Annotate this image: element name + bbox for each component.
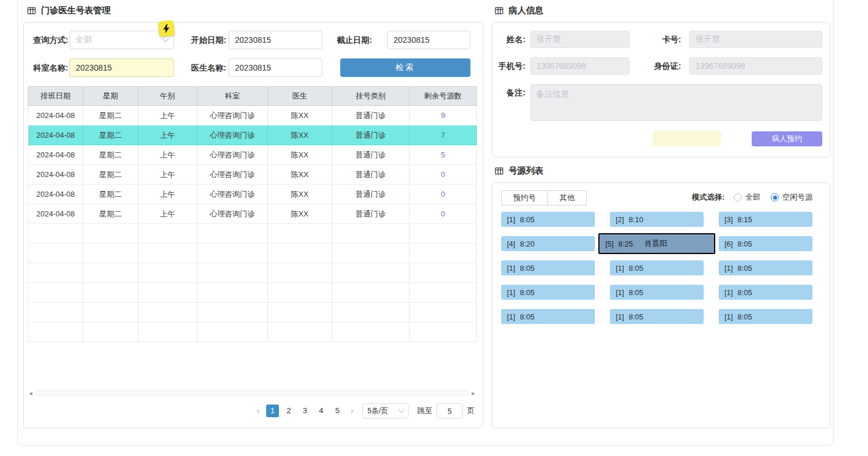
page-unit-label: 页 bbox=[467, 406, 475, 416]
slot-number: [1] bbox=[616, 288, 624, 297]
slot-button[interactable]: [6]8:05 bbox=[719, 236, 812, 251]
column-header: 剩余号源数 bbox=[410, 87, 477, 106]
dept-name-input[interactable] bbox=[69, 58, 174, 77]
page-button-5[interactable]: 5 bbox=[331, 404, 344, 417]
slot-button[interactable]: [1]8:05 bbox=[501, 309, 595, 324]
patient-remark-label: 备注: bbox=[492, 84, 525, 101]
page-numbers: 12345 bbox=[266, 404, 344, 417]
scroll-right-arrow-icon[interactable]: ▸ bbox=[470, 389, 476, 396]
slot-button[interactable]: [2]8:10 bbox=[610, 212, 704, 227]
empty-row bbox=[28, 303, 477, 322]
cell-dept: 心理咨询门诊 bbox=[197, 185, 268, 204]
slot-button[interactable]: [1]8:05 bbox=[610, 260, 704, 275]
slot-number: [6] bbox=[724, 240, 733, 248]
page-size-value: 5条/页 bbox=[367, 406, 388, 416]
cell-doctor: 陈XX bbox=[268, 165, 332, 185]
patient-panel: 姓名: 卡号: 手机号: 身份证: 备注: 病人预约 bbox=[492, 22, 830, 157]
patient-phone-label: 手机号: bbox=[492, 57, 525, 75]
slot-cell: [1]8:05 bbox=[501, 309, 595, 324]
cell-doctor: 陈XX bbox=[268, 185, 332, 204]
doctor-name-input[interactable] bbox=[229, 58, 322, 77]
slot-number: [1] bbox=[724, 264, 733, 273]
slot-button[interactable]: [1]8:05 bbox=[719, 309, 812, 324]
mode-options: 全部空闲号源 bbox=[734, 192, 812, 203]
end-date-label: 截止日期: bbox=[332, 31, 372, 49]
schedule-row[interactable]: 2024-04-08星期二上午心理咨询门诊陈XX普通门诊9 bbox=[28, 106, 477, 126]
slot-button[interactable]: [1]8:05 bbox=[501, 212, 595, 227]
slot-button[interactable]: [1]8:05 bbox=[501, 285, 595, 300]
slot-time: 8:05 bbox=[737, 264, 752, 273]
slot-number: [1] bbox=[507, 312, 515, 321]
slot-time: 8:05 bbox=[520, 312, 534, 321]
schedule-row[interactable]: 2024-04-08星期二上午心理咨询门诊陈XX普通门诊0 bbox=[28, 185, 477, 204]
doctor-name-label: 医生名称: bbox=[186, 58, 226, 77]
prev-page-button[interactable]: ‹ bbox=[254, 404, 262, 418]
next-page-button[interactable]: › bbox=[348, 404, 356, 418]
slot-button[interactable]: [3]8:15 bbox=[719, 212, 812, 227]
slot-number: [4] bbox=[507, 240, 515, 248]
scrollbar-track[interactable] bbox=[35, 390, 469, 396]
mode-radio-free[interactable]: 空闲号源 bbox=[771, 192, 812, 203]
cell-remain: 7 bbox=[410, 126, 477, 145]
schedule-table-body: 2024-04-08星期二上午心理咨询门诊陈XX普通门诊92024-04-08星… bbox=[28, 106, 477, 342]
cell-remain: 0 bbox=[410, 204, 477, 224]
page-size-select[interactable]: 5条/页 bbox=[362, 403, 409, 418]
patient-name-input bbox=[530, 31, 630, 48]
slot-button[interactable]: [1]8:05 bbox=[610, 309, 704, 324]
horizontal-scrollbar[interactable]: ◂ ▸ bbox=[28, 389, 476, 396]
end-date-input[interactable] bbox=[387, 31, 470, 49]
search-button[interactable]: 检索 bbox=[340, 58, 470, 77]
cell-week: 星期二 bbox=[83, 185, 138, 204]
slot-time: 8:05 bbox=[520, 264, 534, 273]
app-root: 门诊医生号表管理 查询方式: 全部 开始日期: 截止日期: 科室名称: 医生名称… bbox=[0, 0, 868, 456]
patient-phone-input bbox=[530, 57, 630, 75]
slot-button[interactable]: [1]8:05 bbox=[610, 285, 704, 300]
cell-period: 上午 bbox=[138, 204, 197, 224]
start-date-input[interactable] bbox=[229, 31, 322, 49]
slot-time: 8:05 bbox=[520, 288, 534, 297]
cell-date: 2024-04-08 bbox=[28, 165, 83, 185]
slot-button[interactable]: [1]8:05 bbox=[501, 260, 595, 275]
page-button-1[interactable]: 1 bbox=[266, 404, 279, 417]
slot-button[interactable]: [5]8:25肖晨阳 bbox=[598, 233, 715, 254]
cell-remain: 9 bbox=[410, 106, 477, 126]
slot-grid: [1]8:05[2]8:10[3]8:15[4]8:20[5]8:25肖晨阳[6… bbox=[501, 212, 812, 324]
slot-time: 8:05 bbox=[628, 288, 643, 297]
cell-dept: 心理咨询门诊 bbox=[197, 204, 268, 224]
slot-button[interactable]: [1]8:05 bbox=[719, 285, 812, 300]
slots-panel: 预约号 其他 模式选择: 全部空闲号源 [1]8:05[2]8:10[3]8:1… bbox=[492, 182, 830, 428]
slot-time: 8:05 bbox=[520, 215, 534, 224]
cell-period: 上午 bbox=[138, 185, 197, 204]
slot-number: [1] bbox=[507, 288, 515, 297]
jump-page-input[interactable] bbox=[436, 403, 463, 418]
slot-button[interactable]: [1]8:05 bbox=[719, 260, 812, 275]
tab-reservation-number[interactable]: 预约号 bbox=[501, 190, 548, 205]
slot-number: [1] bbox=[616, 264, 624, 273]
scroll-left-arrow-icon[interactable]: ◂ bbox=[28, 389, 34, 396]
patient-reserve-button[interactable]: 病人预约 bbox=[752, 131, 822, 146]
slot-cell: [1]8:05 bbox=[501, 285, 595, 300]
slot-button[interactable]: [4]8:20 bbox=[501, 236, 595, 251]
mode-radio-all[interactable]: 全部 bbox=[734, 192, 760, 203]
cell-remain: 0 bbox=[410, 185, 477, 204]
empty-row bbox=[28, 322, 477, 342]
schedule-row[interactable]: 2024-04-08星期二上午心理咨询门诊陈XX普通门诊5 bbox=[28, 145, 477, 165]
cell-dept: 心理咨询门诊 bbox=[197, 145, 268, 165]
tab-other[interactable]: 其他 bbox=[547, 190, 587, 205]
slot-number: [2] bbox=[616, 215, 624, 224]
schedule-row[interactable]: 2024-04-08星期二上午心理咨询门诊陈XX普通门诊0 bbox=[28, 165, 477, 185]
page-button-3[interactable]: 3 bbox=[299, 404, 311, 417]
schedule-row[interactable]: 2024-04-08星期二上午心理咨询门诊陈XX普通门诊7 bbox=[28, 126, 477, 145]
chevron-down-icon bbox=[399, 407, 404, 413]
section-title-text: 门诊医生号表管理 bbox=[41, 5, 111, 16]
slot-number: [1] bbox=[507, 264, 515, 273]
page-button-2[interactable]: 2 bbox=[282, 404, 295, 417]
cell-date: 2024-04-08 bbox=[28, 126, 83, 145]
patient-remark-textarea[interactable] bbox=[530, 84, 822, 121]
schedule-row[interactable]: 2024-04-08星期二上午心理咨询门诊陈XX普通门诊0 bbox=[28, 204, 477, 224]
slot-number: [5] bbox=[605, 240, 613, 248]
cell-dept: 心理咨询门诊 bbox=[197, 126, 268, 145]
page-button-4[interactable]: 4 bbox=[315, 404, 328, 417]
schedule-panel: 查询方式: 全部 开始日期: 截止日期: 科室名称: 医生名称: 检索 排班日期… bbox=[23, 22, 483, 428]
cell-doctor: 陈XX bbox=[268, 145, 332, 165]
